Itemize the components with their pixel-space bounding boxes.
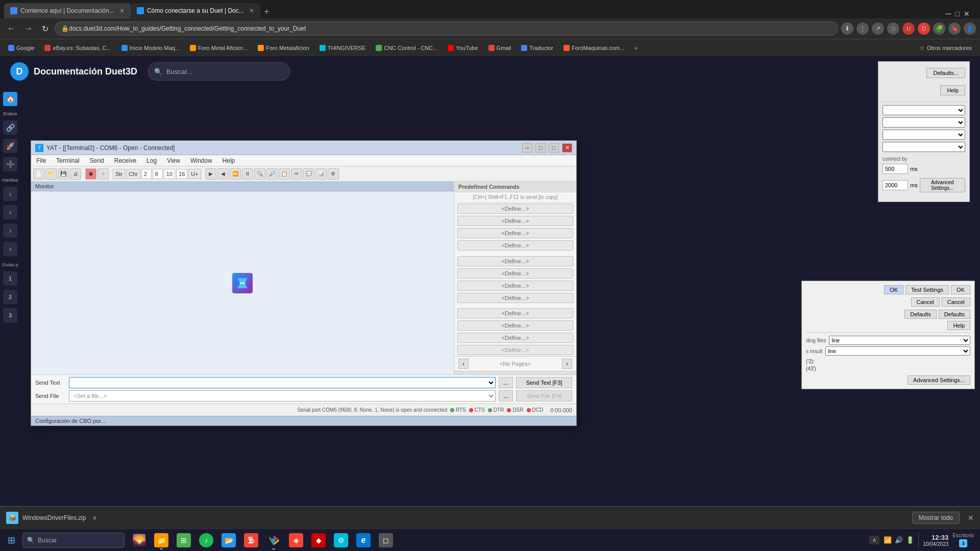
address-bar[interactable]: 🔒 docs.duet3d.com/How_to_guides/Getting_… (55, 21, 838, 36)
sidebar-item-chevron4[interactable]: › (3, 242, 17, 256)
yat-pred-btn-10[interactable]: <Define...> (457, 320, 573, 331)
yat-menu-terminal[interactable]: Terminal (51, 156, 84, 165)
yat-pred-btn-3[interactable]: <Define...> (457, 228, 573, 238)
taskbar-app-archive[interactable]: 🗜 (241, 530, 261, 550)
bookmark-foromaquinas[interactable]: ForoMaquinas.com... (559, 43, 628, 53)
toolbar-btn-save[interactable]: 💾 (58, 168, 69, 180)
sidebar-item-add[interactable]: ➕ (3, 157, 17, 171)
yat-send-file-dots-btn[interactable]: ... (499, 390, 513, 402)
reconnect-ms1-input[interactable] (883, 164, 908, 174)
yat-send-file-btn[interactable]: Send File [F4] (516, 390, 572, 402)
yat-maximize-btn[interactable]: □ (549, 143, 559, 153)
toolbar-btn-misc7[interactable]: 📋 (279, 168, 290, 180)
notification-badge[interactable]: 3 (959, 539, 967, 547)
dialog-defaults-btn[interactable]: Defaults (904, 310, 936, 319)
tab-close-2[interactable]: ✕ (249, 7, 254, 14)
sidebar-item-3[interactable]: 3 (3, 308, 17, 322)
sidebar-item-rocket[interactable]: 🚀 (3, 139, 17, 153)
toolbar-btn-misc5[interactable]: 🔍 (254, 168, 265, 180)
yat-pred-btn-12[interactable]: <Define...> (457, 345, 573, 355)
dialog-ok-btn-2[interactable]: OK (951, 285, 970, 294)
bookmark-ebay[interactable]: eBay.es: Subastas, C... (40, 43, 115, 53)
sidebar-item-chevron2[interactable]: › (3, 205, 17, 219)
yat-send-text-btn[interactable]: Send Text [F3] (516, 377, 572, 388)
toolbar-btn-new[interactable]: 📄 (33, 168, 44, 180)
yat-pred-btn-11[interactable]: <Define...> (457, 333, 573, 343)
help-button[interactable]: Help (940, 85, 965, 95)
bookmark-youtube[interactable]: YouTube (444, 43, 482, 53)
sidebar-item-2[interactable]: 2 (3, 290, 17, 304)
taskbar-search[interactable]: 🔍 Buscar (22, 533, 125, 548)
tab-active[interactable]: Cómo conectarse a su Duet | Doc... ✕ (131, 3, 260, 18)
window-minimize[interactable]: ─ (945, 9, 951, 18)
toolbar-btn-misc9[interactable]: 💬 (303, 168, 314, 180)
taskbar-app-landscape[interactable]: 🌄 (129, 530, 149, 550)
reconnect-ms2-input[interactable] (883, 180, 908, 190)
show-all-downloads-btn[interactable]: Mostrar todo (912, 512, 960, 524)
yat-menu-file[interactable]: File (31, 156, 51, 165)
yat-pred-btn-8[interactable]: <Define...> (457, 293, 573, 303)
toolbar-btn-misc4[interactable]: ⏸ (242, 168, 253, 180)
yat-restore-btn[interactable]: □ (535, 143, 546, 153)
taskbar-app-edge[interactable]: e (353, 530, 374, 550)
bookmark-cnc[interactable]: CNC Control - CNC... (372, 43, 442, 53)
download-bar-close-btn[interactable]: ✕ (968, 514, 974, 522)
yat-pred-btn-7[interactable]: <Define...> (457, 281, 573, 291)
advanced-settings-button[interactable]: Advanced Settings... (920, 178, 965, 192)
yat-menu-receive[interactable]: Receive (109, 156, 141, 165)
refresh-button[interactable]: ↻ (39, 22, 52, 36)
site-search[interactable]: 🔍 Buscar... (148, 62, 290, 81)
new-tab-button[interactable]: + (260, 5, 273, 18)
settings-select-4[interactable] (883, 142, 965, 152)
yat-pred-btn-9[interactable]: <Define...> (457, 308, 573, 318)
advanced-settings-btn-2[interactable]: Advanced Settings... (908, 375, 970, 385)
dialog-defaults-btn-2[interactable]: Defaults (939, 310, 970, 319)
settings-select-3[interactable] (883, 130, 965, 140)
toolbar-btn-stop[interactable]: ⏹ (85, 168, 96, 180)
taskbar-app-ruby[interactable]: ◆ (308, 530, 329, 550)
yat-pred-next-btn[interactable]: › (562, 359, 572, 369)
taskbar-app-cmd[interactable]: ⊞ (174, 530, 194, 550)
yat-pred-scroll-area[interactable] (454, 371, 576, 374)
tray-expand-btn[interactable]: ∧ (869, 536, 879, 544)
bookmark-inicio[interactable]: Inicio Modelo Maq... (117, 43, 184, 53)
toolbar-btn-misc3[interactable]: ⏩ (230, 168, 241, 180)
defaults-button[interactable]: Defaults... (926, 68, 965, 78)
dialog-test-btn[interactable]: Test Settings (905, 285, 949, 294)
bookmark-thingiverse[interactable]: THINGIVERSE (315, 43, 370, 53)
sidebar-item-chevron3[interactable]: › (3, 223, 17, 238)
clock[interactable]: 12:33 10/04/2023 (923, 534, 948, 547)
yat-pred-btn-2[interactable]: <Define...> (457, 216, 573, 226)
toolbar-btn-circle[interactable]: ○ (97, 168, 109, 180)
taskbar-app-db[interactable]: ◈ (286, 530, 306, 550)
bookmark-otros[interactable]: ☆ Otros marcadores (915, 43, 976, 53)
window-close[interactable]: ✕ (964, 10, 970, 18)
bookmark-gmail[interactable]: Gmail (484, 43, 516, 53)
window-maximize[interactable]: □ (955, 10, 960, 18)
yat-pred-btn-5[interactable]: <Define...> (457, 256, 573, 266)
yat-menu-log[interactable]: Log (141, 156, 162, 165)
toolbar-btn-print[interactable]: 🖨 (70, 168, 81, 180)
yat-pred-btn-1[interactable]: <Define...> (457, 204, 573, 214)
yat-menu-window[interactable]: Window (185, 156, 217, 165)
yat-send-text-dots-btn[interactable]: ... (499, 377, 513, 388)
dialog-cancel-btn[interactable]: Cancel (911, 297, 940, 307)
download-chevron-btn[interactable]: ∧ (92, 514, 97, 521)
dialog-select-2[interactable]: line (825, 346, 970, 356)
toolbar-btn-open[interactable]: 📁 (45, 168, 57, 180)
bookmark-foro-metal[interactable]: Foro Metal Afición... (186, 43, 252, 53)
profile-icon[interactable]: 👤 (964, 22, 976, 35)
settings-select-1[interactable] (883, 105, 965, 115)
bookmark-more[interactable]: » (630, 43, 642, 53)
settings-select-2[interactable] (883, 117, 965, 128)
bookmark-google[interactable]: Google (4, 43, 38, 53)
dialog-ok-btn-1[interactable]: OK (884, 285, 903, 294)
site-logo[interactable]: D Documentación Duet3D (10, 62, 137, 81)
bookmark-foro-meta[interactable]: Foro Metalaficion (254, 43, 313, 53)
toolbar-btn-misc10[interactable]: 📊 (315, 168, 327, 180)
taskbar-app-other[interactable]: ◻ (376, 530, 396, 550)
extension-icon-2[interactable]: D (918, 22, 930, 35)
taskbar-app-tool[interactable]: ⚙ (331, 530, 351, 550)
sidebar-item-chevron1[interactable]: › (3, 187, 17, 201)
forward-button[interactable]: → (21, 22, 36, 35)
